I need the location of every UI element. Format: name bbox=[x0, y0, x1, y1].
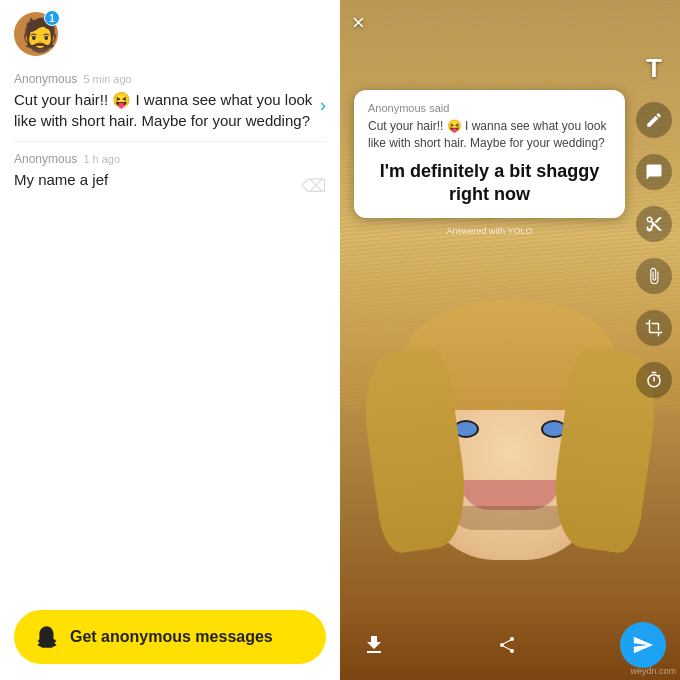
pencil-tool-button[interactable] bbox=[636, 102, 672, 138]
time-ago: 5 min ago bbox=[83, 73, 131, 85]
snap-top-bar: × bbox=[340, 10, 680, 36]
notification-badge: 1 bbox=[44, 10, 60, 26]
message-row: My name a jef ⌫ bbox=[14, 169, 326, 197]
header: 1 bbox=[0, 0, 340, 64]
snapchat-icon bbox=[34, 624, 60, 650]
beard bbox=[450, 506, 570, 530]
message-content: My name a jef bbox=[14, 169, 301, 190]
chevron-right-icon[interactable]: › bbox=[320, 95, 326, 116]
left-panel: 1 Anonymous 5 min ago Cut your hair!! 😝 … bbox=[0, 0, 340, 680]
face-area bbox=[400, 300, 620, 560]
message-meta: Anonymous 1 h ago bbox=[14, 152, 326, 166]
sticker-tool-button[interactable] bbox=[636, 154, 672, 190]
bottom-bar: Get anonymous messages bbox=[0, 598, 340, 680]
snap-right-toolbar: T bbox=[636, 50, 672, 398]
paperclip-tool-button[interactable] bbox=[636, 258, 672, 294]
avatar-wrap: 1 bbox=[14, 12, 58, 56]
time-ago: 1 h ago bbox=[83, 153, 120, 165]
sender-name: Anonymous bbox=[14, 152, 77, 166]
get-messages-button[interactable]: Get anonymous messages bbox=[14, 610, 326, 664]
message-row: Cut your hair!! 😝 I wanna see what you l… bbox=[14, 89, 326, 131]
divider bbox=[14, 141, 326, 142]
get-messages-label: Get anonymous messages bbox=[70, 628, 273, 646]
close-button[interactable]: × bbox=[352, 10, 365, 36]
right-panel: × T bbox=[340, 0, 680, 680]
sender-name: Anonymous bbox=[14, 72, 77, 86]
share-button[interactable] bbox=[487, 625, 527, 665]
message-item[interactable]: Anonymous 5 min ago Cut your hair!! 😝 I … bbox=[14, 64, 326, 139]
message-text: Cut your hair!! 😝 I wanna see what you l… bbox=[14, 91, 312, 129]
message-text: My name a jef bbox=[14, 171, 108, 188]
text-tool-button[interactable]: T bbox=[636, 50, 672, 86]
send-button[interactable] bbox=[620, 622, 666, 668]
crop-tool-button[interactable] bbox=[636, 310, 672, 346]
snap-background bbox=[340, 0, 680, 680]
download-button[interactable] bbox=[354, 625, 394, 665]
message-content: Cut your hair!! 😝 I wanna see what you l… bbox=[14, 89, 320, 131]
timer-tool-button[interactable] bbox=[636, 362, 672, 398]
messages-list: Anonymous 5 min ago Cut your hair!! 😝 I … bbox=[0, 64, 340, 598]
snap-bottom-bar bbox=[340, 622, 680, 668]
message-item[interactable]: Anonymous 1 h ago My name a jef ⌫ bbox=[14, 144, 326, 205]
scissors-tool-button[interactable] bbox=[636, 206, 672, 242]
reply-icon: ⌫ bbox=[301, 175, 326, 197]
message-meta: Anonymous 5 min ago bbox=[14, 72, 326, 86]
